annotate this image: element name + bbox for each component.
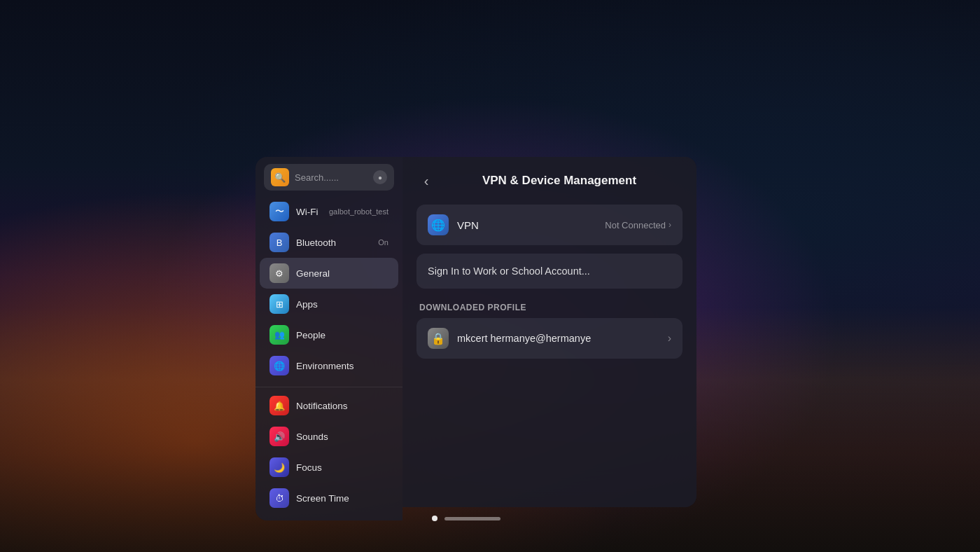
sidebar-item-notifications[interactable]: 🔔 Notifications — [260, 390, 398, 421]
vpn-icon: 🌐 — [428, 214, 449, 235]
sidebar-item-screen-time[interactable]: ⏱ Screen Time — [260, 483, 398, 513]
sidebar-item-wifi[interactable]: 〜 Wi-Fi galbot_robot_test — [260, 196, 398, 227]
search-bar[interactable]: 🔍 Search...... ● — [264, 164, 394, 191]
sidebar-label-screen-time: Screen Time — [296, 493, 349, 504]
people-icon: 👥 — [270, 325, 289, 345]
sidebar-item-people[interactable]: 👥 People — [260, 319, 398, 350]
focus-icon: 🌙 — [270, 457, 289, 477]
apps-icon: ⊞ — [270, 294, 289, 314]
settings-container: 🔍 Search...... ● 〜 Wi-Fi galbot_robot_te… — [255, 157, 696, 520]
sidebar-item-apps[interactable]: ⊞ Apps — [260, 289, 398, 319]
bluetooth-icon: Β — [270, 233, 289, 252]
sidebar-label-wifi: Wi-Fi — [296, 207, 318, 217]
sidebar: 🔍 Search...... ● 〜 Wi-Fi galbot_robot_te… — [255, 157, 402, 520]
main-panel: ‹ VPN & Device Management 🌐 VPN Not Conn… — [402, 157, 696, 507]
sidebar-item-sounds[interactable]: 🔊 Sounds — [260, 421, 398, 452]
profile-label: mkcert hermanye@hermanye — [457, 333, 591, 344]
active-page-dot — [432, 516, 438, 521]
sign-in-row[interactable]: Sign In to Work or School Account... — [416, 254, 682, 289]
vpn-status-text: Not Connected — [605, 220, 666, 230]
sidebar-label-people: People — [296, 330, 326, 340]
wifi-value: galbot_robot_test — [329, 207, 388, 216]
profile-chevron-icon: › — [668, 332, 671, 345]
screen-time-icon: ⏱ — [270, 488, 289, 508]
sidebar-label-bluetooth: Bluetooth — [296, 237, 336, 248]
search-icon: 🔍 — [274, 172, 286, 183]
sidebar-item-bluetooth[interactable]: Β Bluetooth On — [260, 227, 398, 258]
back-icon: ‹ — [424, 173, 429, 189]
downloaded-profile-section-title: Downloaded Profile — [416, 303, 682, 312]
general-icon: ⚙ — [270, 263, 289, 283]
panel-header: ‹ VPN & Device Management — [416, 171, 682, 191]
wifi-icon: 〜 — [270, 202, 289, 221]
sidebar-item-environments[interactable]: 🌐 Environments — [260, 350, 398, 381]
panel-title: VPN & Device Management — [436, 174, 682, 188]
sidebar-item-general[interactable]: ⚙ General — [260, 258, 398, 289]
vpn-status: Not Connected › — [605, 220, 671, 230]
profile-row[interactable]: 🔒 mkcert hermanye@hermanye › — [416, 318, 682, 359]
search-dots: ● — [373, 170, 387, 184]
bluetooth-value: On — [378, 238, 388, 247]
sidebar-label-apps: Apps — [296, 299, 318, 310]
search-input-label: Search...... — [295, 172, 368, 183]
environments-icon: 🌐 — [270, 356, 289, 375]
sounds-icon: 🔊 — [270, 427, 289, 446]
search-icon-wrap: 🔍 — [271, 168, 289, 186]
sidebar-label-environments: Environments — [296, 361, 354, 371]
sidebar-label-notifications: Notifications — [296, 401, 348, 411]
certificate-icon: 🔒 — [428, 328, 449, 349]
sidebar-label-general: General — [296, 268, 330, 279]
sidebar-item-focus[interactable]: 🌙 Focus — [260, 452, 398, 483]
vpn-row[interactable]: 🌐 VPN Not Connected › — [416, 205, 682, 245]
bottom-indicators — [432, 516, 500, 521]
sidebar-label-sounds: Sounds — [296, 432, 328, 442]
page-bar — [444, 517, 500, 520]
notifications-icon: 🔔 — [270, 396, 289, 415]
vpn-chevron-icon: › — [668, 220, 671, 230]
sidebar-label-focus: Focus — [296, 462, 322, 473]
vpn-label: VPN — [457, 219, 479, 231]
sign-in-text: Sign In to Work or School Account... — [428, 265, 590, 277]
sidebar-divider — [255, 387, 402, 387]
back-button[interactable]: ‹ — [416, 171, 436, 191]
